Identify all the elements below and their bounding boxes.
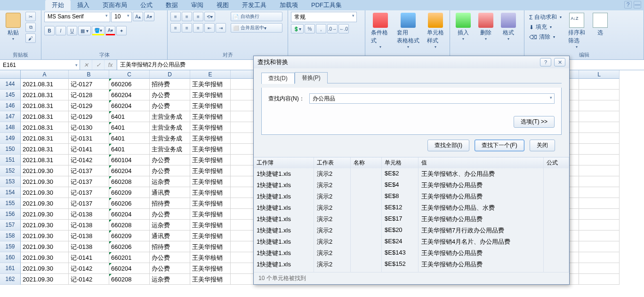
percent-button[interactable]: % [305,24,315,33]
cell[interactable]: 记-0138 [69,209,109,220]
options-button[interactable]: 选项(T) >> [514,116,555,128]
cell[interactable] [579,165,620,176]
border-button[interactable]: ▦ ▾ [78,26,91,35]
insert-cells-button[interactable]: 插入▾ [453,12,474,42]
cell[interactable]: 主营业务成 [150,133,190,144]
row-header[interactable]: 146 [0,100,21,111]
cell[interactable]: 660206 [109,241,150,252]
cell[interactable]: 660204 [109,90,150,100]
cell[interactable]: 2021.09.30 [21,263,69,274]
cell[interactable]: 2021.08.31 [21,122,69,133]
cell[interactable]: 招待费 [150,79,190,90]
cell[interactable]: 2021.09.30 [21,209,69,220]
row-header[interactable]: 150 [0,144,21,155]
col-header-L[interactable]: L [579,70,620,79]
cell[interactable]: 王美华报销 [190,274,231,285]
cell[interactable]: 记-0137 [69,165,109,176]
paste-button[interactable]: 粘贴 ▾ [3,12,24,42]
cell[interactable]: 2021.08.31 [21,79,69,90]
cell[interactable]: 2021.08.31 [21,144,69,155]
cell[interactable]: 2021.09.30 [21,198,69,209]
cell[interactable]: 6401 [109,111,150,122]
cell[interactable]: 招待费 [150,241,190,252]
cell[interactable]: 记-0138 [69,220,109,231]
col-header-C[interactable]: C [109,70,150,79]
result-row[interactable]: 1快捷键1.xls演示2$E$8王美华报销办公用品费 [254,191,569,202]
indent-dec-icon[interactable]: ⇤ [204,23,215,33]
cell[interactable]: 660104 [109,155,150,165]
cell[interactable]: 6401 [109,144,150,155]
col-workbook[interactable]: 工作簿 [254,157,314,168]
cell[interactable]: 办公费 [150,165,190,176]
cell[interactable]: 2021.08.31 [21,133,69,144]
cell[interactable]: 记-0138 [69,241,109,252]
align-right-icon[interactable]: ≡ [193,23,203,33]
result-row[interactable]: 1快捷键1.xls演示2$E$2王美华报销水、办公用品费 [254,168,569,180]
row-header[interactable]: 159 [0,241,21,252]
col-header-A[interactable]: A [21,70,69,79]
cell[interactable]: 2021.09.30 [21,220,69,231]
cell[interactable]: 王美华报销 [190,198,231,209]
align-center-icon[interactable]: ≡ [182,23,192,33]
align-top-icon[interactable]: ≡ [170,12,181,21]
cell[interactable]: 运杂费 [150,220,190,231]
cell[interactable]: 王美华报销 [190,133,231,144]
result-row[interactable]: 1快捷键1.xls演示2$E$143王美华报销办公用品费 [254,248,569,259]
col-header-D[interactable]: D [150,70,190,79]
result-row[interactable]: 1快捷键1.xls演示2$E$24王美华报销4月名片、办公用品费 [254,236,569,248]
sort-filter-button[interactable]: 排序和 筛选▾ [565,12,588,50]
cell[interactable]: 王美华报销 [190,220,231,231]
row-header[interactable]: 152 [0,165,21,176]
tab-replace[interactable]: 替换(P) [295,72,328,83]
cell[interactable]: 2021.08.31 [21,90,69,100]
cell[interactable]: 记-0137 [69,198,109,209]
cell[interactable]: 记-0127 [69,79,109,90]
cell[interactable]: 记-0137 [69,187,109,198]
result-row[interactable]: 1快捷键1.xls演示2$E$161王美华报销2月办公用品费 [254,270,569,272]
format-painter-icon[interactable]: 🖌 [25,33,36,43]
number-format-select[interactable]: 常规 [291,12,357,22]
cell[interactable]: 记-0141 [69,252,109,263]
result-row[interactable]: 1快捷键1.xls演示2$E$17王美华报销办公用品费 [254,214,569,225]
cell[interactable]: 2021.09.30 [21,176,69,187]
autosum-button[interactable]: 自动求和▾ [527,13,564,22]
font-size-select[interactable]: 10 [111,12,132,22]
cell[interactable]: 660208 [109,176,150,187]
cell[interactable]: 王美华报销 [190,165,231,176]
ribbon-tab-3[interactable]: 公式 [134,0,159,10]
cell[interactable] [579,187,620,198]
row-header[interactable]: 151 [0,155,21,165]
cell[interactable]: 王美华报销 [190,90,231,100]
ribbon-tab-9[interactable]: PDF工具集 [305,0,348,10]
clear-button[interactable]: ⌫清除▾ [527,33,564,41]
underline-button[interactable]: U [67,26,77,35]
format-cells-button[interactable]: 格式▾ [498,12,519,42]
font-color-button[interactable]: A▾ [105,26,116,35]
cell[interactable] [579,209,620,220]
conditional-format-button[interactable]: 条件格式▾ [368,12,392,50]
cell[interactable] [579,263,620,274]
ribbon-tab-7[interactable]: 开发工具 [235,0,273,10]
close-button[interactable]: 关闭 [530,140,555,151]
cell[interactable] [579,176,620,187]
cell[interactable] [579,198,620,209]
cell[interactable]: 2021.09.30 [21,241,69,252]
cell[interactable]: 王美华核销 [190,252,231,263]
align-left-icon[interactable]: ≡ [170,23,181,33]
cell[interactable]: 王美华报销 [190,111,231,122]
fill-color-button[interactable]: 🪣▾ [92,26,105,35]
row-header[interactable]: 145 [0,90,21,100]
cell[interactable]: 记-0138 [69,231,109,241]
row-header[interactable]: 161 [0,263,21,274]
tab-find[interactable]: 查找(D) [261,73,295,84]
dialog-close-button[interactable]: ✕ [554,58,565,66]
find-select-button[interactable]: 选 [590,12,611,38]
result-row[interactable]: 1快捷键1.xls演示2$E$20王美华报销7月行政办公用品费 [254,225,569,236]
align-middle-icon[interactable]: ≡ [182,12,192,21]
cancel-formula-icon[interactable]: ✕ [80,60,92,70]
row-header[interactable]: 153 [0,176,21,187]
ribbon-tab-8[interactable]: 加载项 [273,0,305,10]
cell[interactable]: 王美华报销 [190,263,231,274]
fill-button[interactable]: ⬇填充▾ [527,23,564,32]
cell[interactable]: 660204 [109,165,150,176]
